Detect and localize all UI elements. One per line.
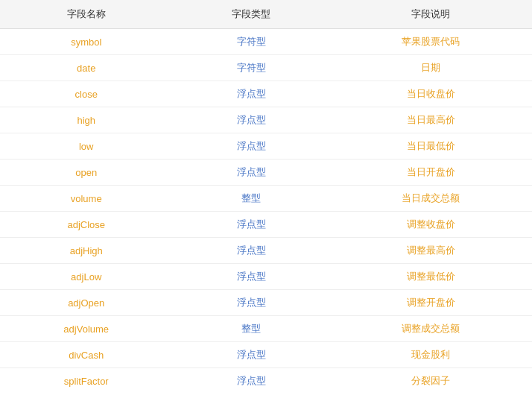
cell-field-name: close bbox=[0, 81, 172, 107]
cell-field-type: 浮点型 bbox=[172, 212, 329, 238]
cell-field-name: adjLow bbox=[0, 264, 172, 290]
cell-field-desc: 当日成交总额 bbox=[330, 186, 532, 212]
table-row: date字符型日期 bbox=[0, 55, 532, 81]
cell-field-desc: 日期 bbox=[330, 55, 532, 81]
cell-field-desc: 分裂因子 bbox=[330, 368, 532, 394]
cell-field-desc: 调整开盘价 bbox=[330, 290, 532, 316]
table-row: high浮点型当日最高价 bbox=[0, 107, 532, 133]
cell-field-type: 浮点型 bbox=[172, 133, 329, 160]
cell-field-desc: 调整最低价 bbox=[330, 264, 532, 290]
cell-field-name: adjClose bbox=[0, 212, 172, 238]
table-row: close浮点型当日收盘价 bbox=[0, 81, 532, 107]
data-table: 字段名称 字段类型 字段说明 symbol字符型苹果股票代码date字符型日期c… bbox=[0, 0, 532, 394]
table-row: adjHigh浮点型调整最高价 bbox=[0, 238, 532, 264]
cell-field-type: 浮点型 bbox=[172, 238, 329, 264]
table-row: low浮点型当日最低价 bbox=[0, 133, 532, 160]
header-name: 字段名称 bbox=[0, 0, 172, 29]
header-type: 字段类型 bbox=[172, 0, 329, 29]
cell-field-type: 字符型 bbox=[172, 29, 329, 55]
cell-field-desc: 调整成交总额 bbox=[330, 316, 532, 342]
cell-field-desc: 现金股利 bbox=[330, 342, 532, 368]
cell-field-type: 浮点型 bbox=[172, 160, 329, 186]
cell-field-name: adjOpen bbox=[0, 290, 172, 316]
cell-field-name: high bbox=[0, 107, 172, 133]
cell-field-type: 浮点型 bbox=[172, 81, 329, 107]
cell-field-name: date bbox=[0, 55, 172, 81]
cell-field-type: 整型 bbox=[172, 186, 329, 212]
cell-field-name: symbol bbox=[0, 29, 172, 55]
table-row: volume整型当日成交总额 bbox=[0, 186, 532, 212]
table-row: adjLow浮点型调整最低价 bbox=[0, 264, 532, 290]
cell-field-desc: 当日最低价 bbox=[330, 133, 532, 160]
cell-field-name: adjHigh bbox=[0, 238, 172, 264]
table-row: symbol字符型苹果股票代码 bbox=[0, 29, 532, 55]
cell-field-name: volume bbox=[0, 186, 172, 212]
table-row: divCash浮点型现金股利 bbox=[0, 342, 532, 368]
cell-field-type: 浮点型 bbox=[172, 342, 329, 368]
cell-field-name: open bbox=[0, 160, 172, 186]
cell-field-desc: 当日收盘价 bbox=[330, 81, 532, 107]
cell-field-type: 浮点型 bbox=[172, 264, 329, 290]
cell-field-name: splitFactor bbox=[0, 368, 172, 394]
cell-field-name: divCash bbox=[0, 342, 172, 368]
table-row: adjOpen浮点型调整开盘价 bbox=[0, 290, 532, 316]
cell-field-type: 浮点型 bbox=[172, 107, 329, 133]
table-row: open浮点型当日开盘价 bbox=[0, 160, 532, 186]
table-row: splitFactor浮点型分裂因子 bbox=[0, 368, 532, 394]
cell-field-name: adjVolume bbox=[0, 316, 172, 342]
cell-field-type: 整型 bbox=[172, 316, 329, 342]
table-row: adjClose浮点型调整收盘价 bbox=[0, 212, 532, 238]
cell-field-name: low bbox=[0, 133, 172, 160]
cell-field-desc: 调整收盘价 bbox=[330, 212, 532, 238]
cell-field-desc: 当日开盘价 bbox=[330, 160, 532, 186]
table-row: adjVolume整型调整成交总额 bbox=[0, 316, 532, 342]
table-header-row: 字段名称 字段类型 字段说明 bbox=[0, 0, 532, 29]
cell-field-desc: 苹果股票代码 bbox=[330, 29, 532, 55]
cell-field-desc: 当日最高价 bbox=[330, 107, 532, 133]
header-desc: 字段说明 bbox=[330, 0, 532, 29]
cell-field-desc: 调整最高价 bbox=[330, 238, 532, 264]
cell-field-type: 浮点型 bbox=[172, 368, 329, 394]
cell-field-type: 字符型 bbox=[172, 55, 329, 81]
cell-field-type: 浮点型 bbox=[172, 290, 329, 316]
